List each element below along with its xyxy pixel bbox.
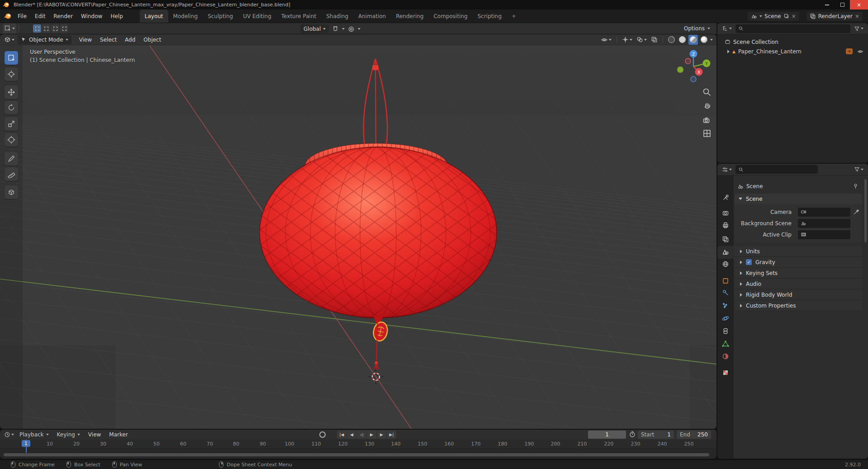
tool-rotate[interactable]	[5, 101, 18, 114]
output-tab[interactable]	[717, 219, 734, 231]
jump-to-start-button[interactable]: |◀	[337, 431, 346, 439]
gizmo-neg-z-ball[interactable]	[691, 76, 696, 82]
frame-start-field[interactable]: Start1	[638, 431, 674, 439]
workspace-tab-rendering[interactable]: Rendering	[391, 9, 428, 23]
tool-scale[interactable]	[5, 117, 18, 131]
scene-panel-header[interactable]: Scene	[735, 194, 862, 204]
eyedropper-icon[interactable]	[853, 209, 859, 215]
minimize-button[interactable]	[819, 0, 835, 9]
navigation-gizmo[interactable]: Z Y X	[675, 48, 713, 86]
menu-help[interactable]: Help	[106, 9, 127, 23]
viewport-menu-select[interactable]: Select	[96, 34, 121, 45]
tool-tab[interactable]	[717, 192, 734, 204]
outliner-row-object[interactable]: ▲ Paper_Chinese_Lantern	[717, 47, 868, 56]
section-gravity[interactable]: ✓ Gravity	[735, 257, 862, 268]
object-data-tab[interactable]	[717, 338, 734, 350]
expand-arrow-icon[interactable]	[727, 50, 730, 53]
viewport-menu-add[interactable]: Add	[121, 34, 139, 45]
scene-tab[interactable]	[717, 246, 734, 258]
viewport-ortho-button[interactable]	[702, 128, 712, 140]
editor-type-button[interactable]	[3, 35, 16, 45]
add-workspace-button[interactable]: +	[507, 9, 521, 23]
select-mode-intersect[interactable]	[60, 24, 68, 33]
maximize-button[interactable]	[835, 0, 850, 9]
workspace-tab-compositing[interactable]: Compositing	[428, 9, 472, 23]
proportional-falloff-chevron[interactable]	[358, 28, 360, 30]
preview-range-button[interactable]	[629, 431, 636, 439]
physics-tab[interactable]	[717, 313, 734, 324]
viewlayer-selector[interactable]: RenderLayer ×	[806, 12, 863, 21]
section-keying-sets[interactable]: Keying Sets	[735, 268, 862, 279]
blender-menu-icon[interactable]	[4, 12, 12, 20]
select-mode-subtract[interactable]	[51, 24, 59, 33]
record-button[interactable]	[319, 431, 326, 438]
properties-area[interactable]: Scene Scene Camera Background Scene	[717, 164, 868, 459]
options-dropdown[interactable]: Options	[684, 25, 716, 32]
viewport-menu-object[interactable]: Object	[139, 34, 165, 45]
shading-options-chevron[interactable]	[710, 39, 713, 41]
overlays-dropdown[interactable]	[635, 35, 648, 45]
mode-dropdown[interactable]: Object Mode	[18, 35, 71, 44]
timeline-hscrollbar[interactable]	[4, 453, 709, 456]
tool-cursor[interactable]	[5, 67, 18, 81]
viewport-area[interactable]: Object Mode View Select Add Object	[0, 34, 716, 429]
particles-tab[interactable]	[717, 300, 734, 312]
properties-filter-button[interactable]	[853, 165, 865, 175]
gizmo-neg-x-ball[interactable]	[685, 58, 691, 64]
select-mode-new[interactable]	[33, 24, 41, 33]
section-units[interactable]: Units	[735, 246, 862, 257]
current-frame-field[interactable]: 1	[588, 431, 626, 439]
background-scene-field[interactable]	[798, 219, 850, 228]
world-tab[interactable]	[717, 258, 734, 270]
playhead-label[interactable]: 1	[22, 440, 30, 447]
viewport-pan-button[interactable]	[702, 100, 712, 113]
visibility-dropdown[interactable]	[599, 35, 613, 45]
texture-tab[interactable]	[717, 367, 734, 379]
viewlayer-tab[interactable]	[717, 233, 734, 245]
proportional-edit-toggle[interactable]	[346, 24, 356, 34]
pin-icon[interactable]	[853, 183, 859, 189]
tool-select-box[interactable]	[5, 51, 18, 65]
tool-transform[interactable]	[5, 133, 18, 147]
menu-render[interactable]: Render	[49, 9, 77, 23]
timeline-area[interactable]: Playback Keying View Marker |◀ ◀ ◁ ▶ ▶ ▶…	[0, 430, 716, 459]
workspace-tab-modeling[interactable]: Modeling	[168, 9, 203, 23]
menu-window[interactable]: Window	[77, 9, 106, 23]
timeline-keying-menu[interactable]: Keying	[53, 430, 84, 440]
workspace-tab-layout[interactable]: Layout	[140, 9, 168, 23]
tool-annotate[interactable]	[5, 152, 18, 166]
close-button[interactable]: ×	[850, 0, 868, 9]
shading-material-button[interactable]	[688, 35, 698, 45]
outliner-row-scene-collection[interactable]: Scene Collection	[717, 37, 868, 47]
workspace-tab-texturepaint[interactable]: Texture Paint	[276, 9, 321, 23]
outliner-area[interactable]: Scene Collection ▲ Paper_Chinese_Lantern	[717, 23, 868, 163]
outliner-editor-button[interactable]	[721, 24, 733, 33]
properties-editor-button[interactable]	[721, 165, 733, 175]
tool-measure[interactable]	[5, 167, 18, 181]
shading-wireframe-button[interactable]	[667, 35, 676, 45]
timeline-editor-button[interactable]	[3, 430, 15, 440]
constraints-tab[interactable]	[717, 325, 734, 337]
timeline-playback-menu[interactable]: Playback	[15, 430, 53, 440]
workspace-tab-sculpting[interactable]: Sculpting	[203, 9, 238, 23]
menu-edit[interactable]: Edit	[31, 9, 49, 23]
shading-rendered-button[interactable]	[699, 35, 709, 45]
camera-field[interactable]	[798, 208, 850, 217]
gravity-checkbox[interactable]: ✓	[746, 259, 752, 265]
gizmo-neg-y-ball[interactable]	[677, 66, 683, 73]
workspace-tab-uvediting[interactable]: UV Editing	[238, 9, 276, 23]
menu-file[interactable]: File	[14, 9, 31, 23]
modifiers-tab[interactable]	[717, 287, 734, 298]
frame-end-field[interactable]: End250	[677, 431, 711, 439]
prev-keyframe-button[interactable]: ◀	[347, 431, 356, 439]
object-tab[interactable]	[717, 275, 734, 287]
timeline-ruler[interactable]: 1020 3040 5060 7080 90100 110120 130140 …	[0, 440, 716, 449]
properties-search-field[interactable]	[735, 165, 818, 174]
snap-toggle[interactable]	[331, 24, 340, 34]
snap-options-chevron[interactable]	[342, 28, 345, 30]
timeline-view-menu[interactable]: View	[84, 430, 105, 440]
play-button[interactable]: ▶	[367, 431, 376, 439]
new-scene-icon[interactable]	[783, 13, 789, 19]
next-keyframe-button[interactable]: ▶	[377, 431, 386, 439]
xray-toggle[interactable]	[650, 35, 659, 45]
